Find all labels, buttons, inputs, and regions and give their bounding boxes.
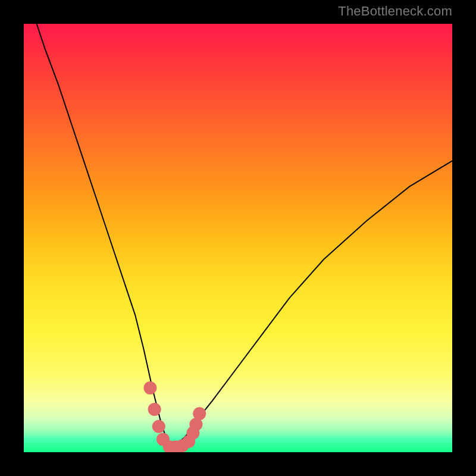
- highlight-point: [143, 381, 156, 394]
- highlight-markers: [143, 381, 206, 452]
- highlight-point: [148, 403, 161, 416]
- attribution-text: TheBottleneck.com: [338, 4, 452, 19]
- plot-area: [24, 24, 452, 452]
- chart-frame: TheBottleneck.com: [0, 0, 476, 476]
- highlight-point: [193, 407, 206, 420]
- chart-svg: [24, 24, 452, 452]
- bottleneck-curve: [37, 24, 452, 448]
- highlight-point: [152, 420, 165, 433]
